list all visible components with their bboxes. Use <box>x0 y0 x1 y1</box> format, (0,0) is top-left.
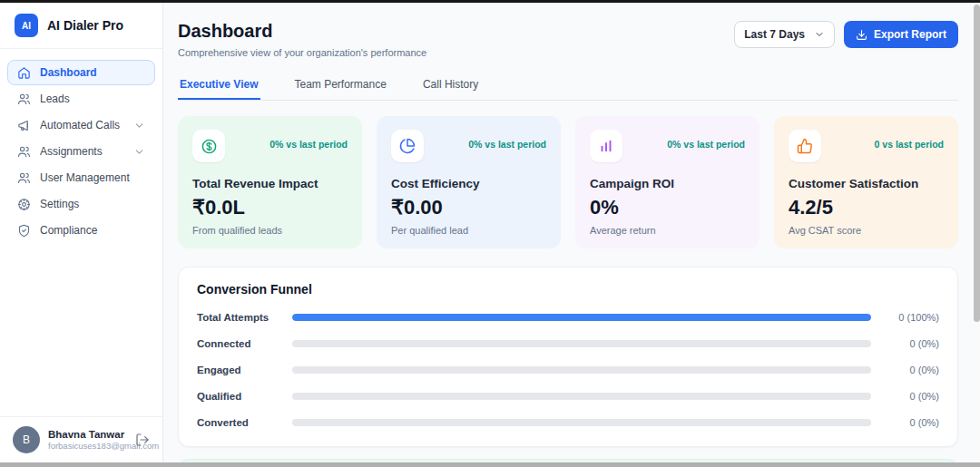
sidebar-item-label: Leads <box>40 92 145 105</box>
funnel-stage-label: Converted <box>197 417 292 428</box>
profile-email: forbasicuses183@gmail.com <box>48 441 127 451</box>
funnel-row: Engaged 0 (0%) <box>197 365 939 375</box>
sidebar-item-settings[interactable]: Settings <box>7 191 155 217</box>
date-range-value: Last 7 Days <box>744 28 805 41</box>
metric-title: Cost Efficiency <box>391 177 546 190</box>
funnel-row: Total Attempts 0 (100%) <box>197 312 939 323</box>
sidebar-item-label: Settings <box>40 198 145 210</box>
sidebar-nav: Dashboard Leads Automated Calls Assignme… <box>0 49 162 416</box>
sidebar-item-compliance[interactable]: Compliance <box>7 218 155 243</box>
home-icon <box>17 66 31 80</box>
rupee-circle-icon <box>201 138 218 155</box>
download-icon <box>856 29 867 41</box>
funnel-bar <box>292 340 871 347</box>
chevron-down-icon <box>814 29 825 40</box>
funnel-stage-label: Engaged <box>197 365 292 375</box>
metric-subtitle: Per qualified lead <box>391 225 546 236</box>
metric-value: 4.2/5 <box>789 196 944 219</box>
conversion-funnel-panel: Conversion Funnel Total Attempts 0 (100%… <box>178 267 958 447</box>
metric-subtitle: Average return <box>590 225 745 236</box>
funnel-bar <box>292 393 871 400</box>
sidebar-item-leads[interactable]: Leads <box>7 86 155 112</box>
chevron-down-icon <box>133 146 145 158</box>
sidebar-item-label: Dashboard <box>40 66 145 79</box>
trend-badge: 0% vs last period <box>270 139 348 150</box>
gear-icon <box>17 198 31 211</box>
tab-executive-view[interactable]: Executive View <box>178 73 260 100</box>
sidebar-item-assignments[interactable]: Assignments <box>7 139 155 164</box>
metric-value: ₹0.00 <box>391 196 546 219</box>
funnel-stage-label: Qualified <box>197 391 292 402</box>
tab-team-performance[interactable]: Team Performance <box>293 73 388 100</box>
window-top-bar <box>0 0 980 3</box>
bar-chart-icon <box>598 138 614 154</box>
user-profile: B Bhavna Tanwar forbasicuses183@gmail.co… <box>0 416 162 462</box>
metric-title: Customer Satisfaction <box>789 177 944 190</box>
metric-card-cost-efficiency: 0% vs last period Cost Efficiency ₹0.00 … <box>377 116 561 248</box>
funnel-value: 0 (0%) <box>871 365 939 375</box>
sidebar: AI AI Dialer Pro Dashboard Leads Automat… <box>0 3 163 462</box>
funnel-row: Qualified 0 (0%) <box>197 391 939 402</box>
thumbs-up-icon <box>797 138 813 154</box>
trend-badge: 0% vs last period <box>468 139 546 150</box>
funnel-bar <box>292 366 871 374</box>
page-title: Dashboard <box>178 21 426 42</box>
export-report-button[interactable]: Export Report <box>844 21 958 48</box>
page-header: Dashboard Comprehensive view of your org… <box>178 21 958 58</box>
window-bottom-bar <box>0 462 980 467</box>
sidebar-item-label: User Management <box>40 171 145 184</box>
funnel-value: 0 (100%) <box>871 312 939 323</box>
metric-title: Campaign ROI <box>590 177 745 190</box>
funnel-row: Converted 0 (0%) <box>197 417 939 428</box>
funnel-bar <box>292 419 871 426</box>
date-range-select[interactable]: Last 7 Days <box>734 21 835 48</box>
view-tabs: Executive View Team Performance Call His… <box>178 73 958 101</box>
trend-badge: 0 vs last period <box>875 139 944 150</box>
funnel-title: Conversion Funnel <box>197 282 939 297</box>
trend-badge: 0% vs last period <box>667 139 745 150</box>
funnel-row: Connected 0 (0%) <box>197 338 939 349</box>
users-icon <box>17 171 31 185</box>
metric-cards: 0% vs last period Total Revenue Impact ₹… <box>178 116 958 248</box>
app-logo: AI <box>15 14 38 37</box>
chevron-down-icon <box>133 120 145 131</box>
app-logo-row: AI AI Dialer Pro <box>0 3 162 49</box>
sidebar-item-label: Automated Calls <box>40 119 124 131</box>
sidebar-item-label: Assignments <box>40 145 124 158</box>
sidebar-item-label: Compliance <box>40 224 145 237</box>
funnel-stage-label: Total Attempts <box>197 312 292 323</box>
megaphone-icon <box>17 119 31 132</box>
funnel-bar-fill <box>292 314 871 321</box>
sidebar-item-dashboard[interactable]: Dashboard <box>7 60 155 85</box>
profile-name: Bhavna Tanwar <box>48 429 127 440</box>
metric-title: Total Revenue Impact <box>192 177 348 190</box>
metric-subtitle: Avg CSAT score <box>789 225 944 236</box>
shield-check-icon <box>17 224 31 238</box>
funnel-stage-label: Connected <box>197 338 292 349</box>
scrollbar-thumb[interactable] <box>974 5 980 322</box>
metric-value: 0% <box>590 196 745 219</box>
logout-icon[interactable] <box>135 433 150 447</box>
metric-value: ₹0.0L <box>192 196 348 219</box>
export-report-label: Export Report <box>874 28 946 41</box>
page-subtitle: Comprehensive view of your organization'… <box>178 47 426 58</box>
funnel-value: 0 (0%) <box>871 417 939 428</box>
tab-call-history[interactable]: Call History <box>421 73 480 100</box>
scrollbar[interactable] <box>973 3 980 462</box>
users-icon <box>17 92 31 106</box>
funnel-value: 0 (0%) <box>871 391 939 402</box>
metric-card-campaign-roi: 0% vs last period Campaign ROI 0% Averag… <box>575 116 760 248</box>
metric-subtitle: From qualified leads <box>192 225 348 236</box>
funnel-bar <box>292 314 871 321</box>
users-group-icon <box>17 145 31 159</box>
metric-card-customer-satisfaction: 0 vs last period Customer Satisfaction 4… <box>774 116 958 248</box>
main-content: Dashboard Comprehensive view of your org… <box>163 3 973 462</box>
funnel-value: 0 (0%) <box>871 338 939 349</box>
pie-chart-icon <box>399 138 416 154</box>
avatar: B <box>13 426 40 453</box>
sidebar-item-automated-calls[interactable]: Automated Calls <box>7 112 155 138</box>
metric-card-revenue: 0% vs last period Total Revenue Impact ₹… <box>178 116 362 248</box>
sidebar-item-user-management[interactable]: User Management <box>7 165 155 190</box>
app-name: AI Dialer Pro <box>47 18 123 33</box>
